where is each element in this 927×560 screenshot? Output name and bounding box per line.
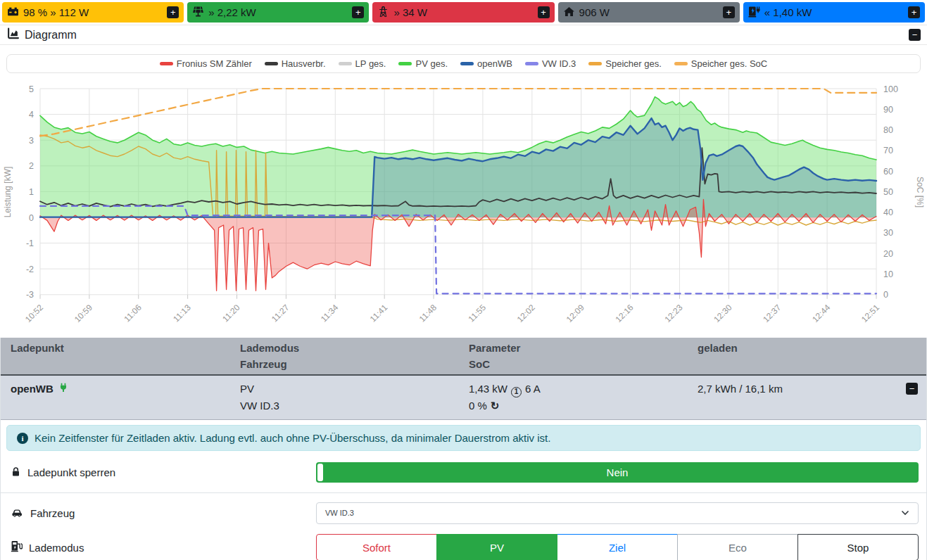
svg-text:12:44: 12:44 — [810, 303, 832, 324]
svg-text:40: 40 — [883, 208, 893, 217]
grid-expand-button[interactable]: + — [538, 6, 550, 18]
svg-text:12:23: 12:23 — [662, 303, 684, 324]
diagram-header: Diagramm − — [0, 25, 927, 45]
info-alert: i Kein Zeitfenster für Zeitladen aktiv. … — [6, 425, 921, 451]
vehicle-select-value: VW ID.3 — [325, 509, 354, 517]
phase-count-icon: 1 — [511, 387, 522, 397]
diagram-collapse-button[interactable]: − — [909, 29, 921, 41]
info-icon: i — [17, 433, 28, 444]
svg-text:12:02: 12:02 — [515, 303, 537, 324]
badge-battery[interactable]: 98 % » 112 W + — [2, 2, 184, 23]
toggle-handle[interactable] — [317, 464, 323, 481]
lock-icon — [11, 466, 21, 479]
legend-item[interactable]: Fronius SM Zähler — [160, 58, 252, 69]
chargepoint-table: Ladepunkt LademodusFahrzeug ParameterSoC… — [1, 338, 926, 420]
legend-swatch — [588, 62, 602, 65]
legend-label: Fronius SM Zähler — [177, 58, 252, 69]
chargepoint-collapse-button[interactable]: − — [906, 383, 918, 395]
col-lademodus: Lademodus — [240, 340, 459, 356]
mode-button-sofort[interactable]: Sofort — [316, 534, 437, 560]
row-charged: 2,7 kWh / 16,1 km — [698, 381, 926, 397]
legend-item[interactable]: Speicher ges. — [588, 58, 662, 69]
svg-text:-1: -1 — [26, 238, 34, 248]
lock-toggle[interactable]: Nein — [316, 462, 919, 483]
svg-text:1: 1 — [29, 187, 34, 197]
row-vehicle: VW ID.3 — [240, 397, 459, 414]
legend-label: VW ID.3 — [542, 58, 576, 69]
legend-item[interactable]: PV ges. — [398, 58, 448, 69]
legend-item[interactable]: VW ID.3 — [525, 58, 576, 69]
svg-text:60: 60 — [883, 167, 893, 177]
legend-item[interactable]: LP ges. — [339, 58, 386, 69]
svg-text:50: 50 — [883, 187, 893, 197]
chargepoint-status-text: « 1,40 kW — [764, 6, 812, 18]
col-ladepunkt: Ladepunkt — [11, 340, 230, 356]
svg-text:3: 3 — [29, 136, 34, 146]
pv-expand-button[interactable]: + — [352, 6, 364, 18]
badge-chargepoint[interactable]: « 1,40 kW + — [743, 2, 925, 23]
legend-item[interactable]: Hausverbr. — [265, 58, 326, 69]
legend-swatch — [398, 62, 412, 65]
svg-text:70: 70 — [883, 146, 893, 155]
grid-status-text: » 34 W — [393, 6, 427, 18]
table-row[interactable]: openWB PV VW ID.3 1,43 kW16 A — [1, 375, 926, 420]
svg-text:0: 0 — [883, 290, 888, 300]
legend-swatch — [525, 62, 538, 65]
svg-text:SoC [%]: SoC [%] — [915, 177, 925, 208]
lock-label: Ladepunkt sperren — [27, 466, 115, 478]
table-header-row: Ladepunkt LademodusFahrzeug ParameterSoC… — [1, 338, 926, 375]
car-battery-icon — [7, 6, 19, 20]
diagram-title: Diagramm — [25, 29, 77, 42]
soc-refresh-icon[interactable]: ↻ — [491, 400, 500, 412]
legend-label: openWB — [477, 58, 512, 69]
car-icon — [11, 507, 24, 520]
solar-panel-icon — [192, 6, 204, 20]
svg-text:11:20: 11:20 — [220, 303, 242, 324]
legend-item[interactable]: Speicher ges. SoC — [674, 58, 767, 69]
badge-grid[interactable]: » 34 W + — [372, 2, 554, 23]
legend-label: Speicher ges. SoC — [691, 58, 767, 69]
legend-label: LP ges. — [355, 58, 386, 69]
row-parameter: 1,43 kW16 A — [469, 381, 688, 397]
chargepoint-expand-button[interactable]: + — [908, 6, 920, 18]
vehicle-select[interactable]: VW ID.3 — [316, 502, 919, 524]
legend-label: Speicher ges. — [605, 58, 662, 69]
chargepoint-name: openWB — [11, 381, 53, 397]
mode-button-group: SofortPVZielEcoStop — [316, 534, 919, 560]
power-tower-icon — [377, 6, 389, 20]
row-vehicle: Fahrzeug VW ID.3 — [1, 493, 926, 533]
badge-pv[interactable]: » 2,22 kW + — [187, 2, 369, 23]
lock-toggle-value: Nein — [607, 466, 629, 478]
row-soc: 0 %↻ — [469, 397, 688, 414]
mode-button-eco[interactable]: Eco — [677, 534, 798, 560]
svg-text:11:55: 11:55 — [467, 303, 488, 324]
svg-text:10: 10 — [883, 269, 893, 279]
badge-house[interactable]: 906 W + — [558, 2, 740, 23]
battery-expand-button[interactable]: + — [167, 6, 179, 18]
svg-text:2: 2 — [29, 161, 34, 171]
mode-button-stop[interactable]: Stop — [797, 534, 919, 560]
vehicle-label: Fahrzeug — [30, 507, 75, 519]
mode-button-ziel[interactable]: Ziel — [557, 534, 678, 560]
svg-text:11:34: 11:34 — [319, 303, 341, 324]
svg-text:20: 20 — [883, 249, 893, 259]
svg-text:11:06: 11:06 — [122, 303, 144, 324]
status-badges: 98 % » 112 W + » 2,22 kW + » 34 W + 906 … — [0, 0, 927, 23]
svg-text:80: 80 — [883, 125, 893, 135]
col-parameter: Parameter — [469, 340, 688, 356]
svg-text:5: 5 — [29, 84, 34, 94]
mode-button-pv[interactable]: PV — [436, 534, 557, 560]
info-alert-text: Kein Zeitfenster für Zeitladen aktiv. La… — [34, 432, 550, 444]
svg-text:11:13: 11:13 — [171, 303, 193, 324]
plug-icon — [58, 381, 68, 397]
svg-text:11:27: 11:27 — [270, 303, 291, 324]
row-mode: PV — [240, 381, 459, 397]
chart-legend: Fronius SM ZählerHausverbr.LP ges.PV ges… — [6, 54, 921, 73]
house-expand-button[interactable]: + — [723, 6, 735, 18]
legend-swatch — [460, 62, 474, 65]
svg-text:11:41: 11:41 — [368, 303, 390, 324]
svg-text:12:09: 12:09 — [565, 303, 586, 324]
legend-item[interactable]: openWB — [460, 58, 512, 69]
legend-swatch — [674, 62, 688, 65]
charging-pump-icon — [11, 540, 23, 554]
